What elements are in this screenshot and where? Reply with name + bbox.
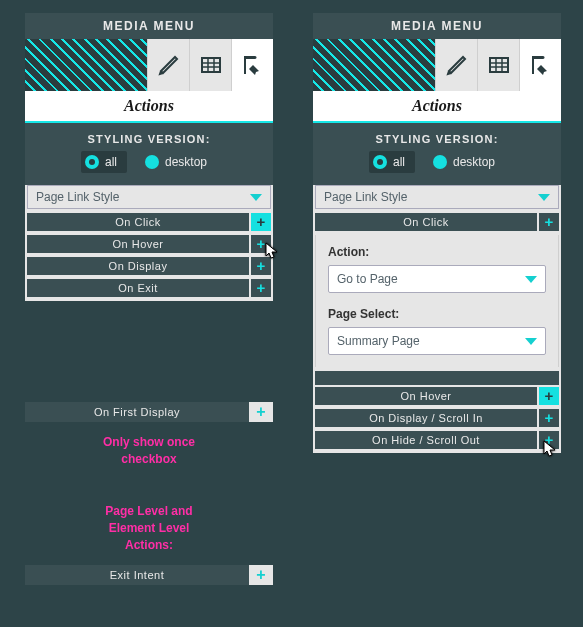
event-label: On First Display	[25, 402, 249, 422]
grid-tool[interactable]	[477, 39, 519, 91]
radio-desktop-label: desktop	[453, 155, 495, 169]
action-select-value: Go to Page	[337, 272, 398, 286]
plus-icon[interactable]: +	[537, 387, 559, 405]
event-on-click[interactable]: On Click +	[315, 213, 559, 231]
event-on-hover[interactable]: On Hover +	[27, 235, 271, 253]
actions-tool[interactable]	[519, 39, 561, 91]
radio-all[interactable]: all	[81, 151, 127, 173]
flag-cursor-icon	[529, 53, 553, 77]
plus-icon[interactable]: +	[249, 213, 271, 231]
panel-title: MEDIA MENU	[313, 13, 561, 39]
toolbar-row	[25, 39, 273, 91]
styling-version-label: STYLING VERSION:	[313, 123, 561, 151]
grid-icon	[487, 53, 511, 77]
radio-all-label: all	[105, 155, 117, 169]
toolbar-row	[313, 39, 561, 91]
styling-version-label: STYLING VERSION:	[25, 123, 273, 151]
toolbar-icons	[435, 39, 561, 91]
brush-tool[interactable]	[435, 39, 477, 91]
actions-header: Actions	[313, 91, 561, 123]
event-label: On Hide / Scroll Out	[315, 431, 537, 449]
event-on-display[interactable]: On Display +	[27, 257, 271, 275]
plus-icon[interactable]: +	[249, 402, 273, 422]
action-select[interactable]: Go to Page	[328, 265, 546, 293]
event-on-exit[interactable]: On Exit +	[27, 279, 271, 297]
svg-rect-0	[202, 58, 220, 72]
caret-down-icon	[250, 194, 262, 201]
media-menu-panel-right: MEDIA MENU Actions STYLING VERSION: all …	[313, 13, 561, 453]
event-on-hide-scroll-out[interactable]: On Hide / Scroll Out +	[315, 431, 559, 449]
panel-title: MEDIA MENU	[25, 13, 273, 39]
radio-icon	[433, 155, 447, 169]
radio-icon	[145, 155, 159, 169]
plus-icon[interactable]: +	[249, 565, 273, 585]
event-label: On Exit	[27, 279, 249, 297]
styling-version-radios: all desktop	[313, 151, 561, 185]
radio-icon	[373, 155, 387, 169]
grid-icon	[199, 53, 223, 77]
actions-header: Actions	[25, 91, 273, 123]
toolbar-hatch	[313, 39, 435, 91]
radio-desktop[interactable]: desktop	[141, 151, 217, 173]
brush-icon	[445, 53, 469, 77]
svg-rect-5	[490, 58, 508, 72]
style-dropdown-value: Page Link Style	[36, 190, 119, 204]
event-on-display-scroll-in[interactable]: On Display / Scroll In +	[315, 409, 559, 427]
plus-icon[interactable]: +	[249, 257, 271, 275]
radio-desktop[interactable]: desktop	[429, 151, 505, 173]
event-on-hover[interactable]: On Hover +	[315, 387, 559, 405]
style-dropdown[interactable]: Page Link Style	[315, 185, 559, 209]
note-page-level: Page Level and Element Level Actions:	[84, 503, 214, 553]
on-click-action-form: Action: Go to Page Page Select: Summary …	[315, 235, 559, 367]
page-select-label: Page Select:	[328, 307, 546, 321]
style-dropdown-value: Page Link Style	[324, 190, 407, 204]
plus-icon[interactable]: +	[249, 235, 271, 253]
radio-desktop-label: desktop	[165, 155, 207, 169]
plus-icon[interactable]: +	[249, 279, 271, 297]
event-on-click[interactable]: On Click +	[27, 213, 271, 231]
radio-all-label: all	[393, 155, 405, 169]
radio-icon	[85, 155, 99, 169]
event-exit-intent[interactable]: Exit Intent +	[25, 565, 273, 585]
caret-down-icon	[525, 338, 537, 345]
note-only-show-once: Only show once checkbox	[84, 434, 214, 468]
toolbar-icons	[147, 39, 273, 91]
event-label: On Hover	[315, 387, 537, 405]
event-on-first-display[interactable]: On First Display +	[25, 402, 273, 422]
event-label: Exit Intent	[25, 565, 249, 585]
radio-all[interactable]: all	[369, 151, 415, 173]
event-label: On Click	[27, 213, 249, 231]
grid-tool[interactable]	[189, 39, 231, 91]
style-dropdown[interactable]: Page Link Style	[27, 185, 271, 209]
page-select[interactable]: Summary Page	[328, 327, 546, 355]
event-label: On Hover	[27, 235, 249, 253]
event-label: On Display / Scroll In	[315, 409, 537, 427]
caret-down-icon	[525, 276, 537, 283]
brush-tool[interactable]	[147, 39, 189, 91]
styling-version-radios: all desktop	[25, 151, 273, 185]
event-label: On Display	[27, 257, 249, 275]
brush-icon	[157, 53, 181, 77]
page-select-value: Summary Page	[337, 334, 420, 348]
plus-icon[interactable]: +	[537, 409, 559, 427]
actions-tool[interactable]	[231, 39, 273, 91]
event-label: On Click	[315, 213, 537, 231]
spacer	[315, 371, 559, 385]
media-menu-panel-left: MEDIA MENU Actions STYLING VERSION: all …	[25, 13, 273, 301]
action-label: Action:	[328, 245, 546, 259]
caret-down-icon	[538, 194, 550, 201]
plus-icon[interactable]: +	[537, 213, 559, 231]
toolbar-hatch	[25, 39, 147, 91]
flag-cursor-icon	[241, 53, 265, 77]
plus-icon[interactable]: +	[537, 431, 559, 449]
